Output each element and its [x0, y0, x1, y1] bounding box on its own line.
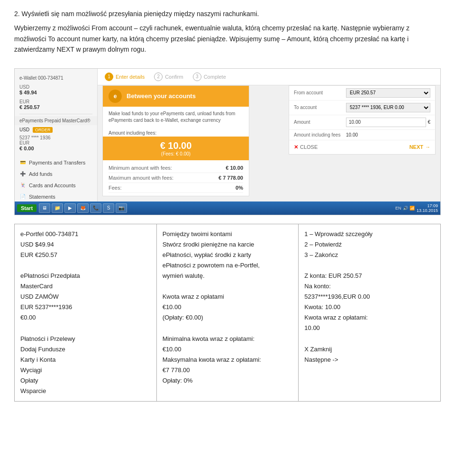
right-panel: From account EUR 250.57 To account 5237 …: [289, 85, 436, 155]
step-label: Complete: [204, 74, 226, 80]
dialog-box: e Between your accounts Make load funds …: [102, 85, 249, 196]
taskbar-icons: 🔊 📶: [403, 206, 415, 211]
table-col2: Pomiędzy twoimi kontami Stwórz środki pi…: [156, 224, 299, 402]
start-button[interactable]: Start: [17, 204, 36, 212]
close-x-icon: ✕: [294, 144, 298, 150]
dialog-logo-icon: e: [109, 90, 122, 103]
step-item: 3Complete: [193, 73, 226, 81]
step-label: Confirm: [165, 74, 183, 80]
ewallet-order: USD ORDER: [15, 126, 97, 133]
taskbar-item-2[interactable]: 📁: [52, 203, 63, 213]
modal-area: 1Enter details2Confirm3Complete e Betwee…: [98, 69, 440, 215]
ewallet-card-label: ePayments Prepaid MasterCard®: [15, 116, 97, 125]
ewallet-menu-item[interactable]: 📄Statements: [15, 191, 97, 202]
dialog-stats: Minimum amount with fees:€ 10.00Maximum …: [103, 160, 249, 196]
menu-icon: 💳: [19, 159, 26, 166]
taskbar-item-4[interactable]: 🦊: [77, 203, 89, 213]
taskbar: Start 🖥 📁 ▶ 🦊 📞 S 📷 EN 🔊 📶 17:09 13.10.2…: [15, 201, 440, 215]
step-item: 2Confirm: [154, 73, 183, 81]
amount-input[interactable]: [346, 118, 426, 127]
close-button[interactable]: ✕ CLOSE: [294, 144, 318, 150]
screenshot-area: e-Wallet 000-734871 USD $ 49.94 EUR € 25…: [14, 68, 441, 215]
dialog-stat-row: Maximum amount with fees:€ 7 778.00: [109, 173, 243, 183]
taskbar-item-5[interactable]: 📞: [90, 203, 101, 213]
explanation-table: e-Portfel 000-734871 USD $49.94 EUR €250…: [14, 224, 441, 402]
dialog-stat-row: Fees:0%: [109, 183, 243, 193]
table-col3: 1 – Wprowadź szczegóły 2 – Potwierdź 3 –…: [299, 224, 441, 402]
taskbar-item-7[interactable]: 📷: [116, 203, 127, 213]
dialog-amount-label: Amount including fees:: [109, 130, 243, 136]
amount-incl-fees-row: Amount including fees 10.00: [289, 130, 435, 140]
taskbar-item-6[interactable]: S: [103, 203, 114, 213]
to-account-select[interactable]: 5237 **** 1936, EUR 0.00: [346, 103, 430, 112]
ewallet-card-info: 5237 **** 1936 EUR € 0.00: [15, 133, 97, 153]
ewallet-usd-account: USD $ 49.94: [15, 82, 97, 97]
next-arrow-icon: →: [425, 144, 430, 150]
taskbar-item-3[interactable]: ▶: [64, 203, 76, 213]
dialog-header: e Between your accounts: [103, 86, 249, 107]
step-number: 3: [193, 73, 201, 81]
ewallet-menu-item[interactable]: ➕Add funds: [15, 168, 97, 180]
step-label: Enter details: [116, 74, 145, 80]
taskbar-item-1[interactable]: 🖥: [39, 203, 50, 213]
step-number: 1: [105, 73, 113, 81]
taskbar-items: 🖥 📁 ▶ 🦊 📞 S 📷: [39, 203, 395, 213]
intro-para2: Wybierzemy z możliwości From account – c…: [14, 23, 441, 55]
next-button[interactable]: NEXT →: [410, 144, 430, 150]
ewallet-eur-account: EUR € 250.57: [15, 97, 97, 112]
menu-icon: ➕: [19, 171, 26, 177]
close-label: CLOSE: [300, 144, 318, 150]
dialog-stat-row: Minimum amount with fees:€ 10.00: [109, 163, 243, 173]
steps-bar: 1Enter details2Confirm3Complete: [98, 69, 440, 85]
dialog-fees: (Fees: € 0.00): [109, 151, 243, 156]
menu-icon: 📄: [19, 193, 26, 200]
next-label: NEXT: [410, 144, 423, 150]
taskbar-clock: 17:09 13.10.2015: [417, 203, 438, 213]
dialog-amount-value: € 10.00: [109, 140, 243, 151]
dialog-amount-box: € 10.00 (Fees: € 0.00): [103, 137, 249, 160]
menu-icon: 🃏: [19, 182, 26, 189]
taskbar-lang: EN: [395, 206, 401, 211]
ewallet-menu-item[interactable]: 🃏Cards and Accounts: [15, 180, 97, 191]
amount-row: Amount €: [289, 115, 435, 130]
step-item: 1Enter details: [105, 73, 145, 81]
step-number: 2: [154, 73, 163, 81]
intro-para1: 2. Wyświetli się nam możliwość przesyłan…: [14, 9, 441, 19]
taskbar-right: EN 🔊 📶 17:09 13.10.2015: [395, 203, 438, 213]
panel-actions: ✕ CLOSE NEXT →: [289, 140, 435, 154]
from-account-row: From account EUR 250.57: [289, 86, 435, 101]
table-col1: e-Portfel 000-734871 USD $49.94 EUR €250…: [15, 224, 157, 402]
ewallet-sidebar: e-Wallet 000-734871 USD $ 49.94 EUR € 25…: [15, 69, 98, 215]
dialog-title: Between your accounts: [127, 92, 196, 100]
ewallet-header: e-Wallet 000-734871: [15, 73, 97, 82]
dialog-description: Make load funds to your ePayments card, …: [103, 107, 249, 128]
from-account-select[interactable]: EUR 250.57: [346, 88, 430, 98]
ewallet-menu-item[interactable]: 💳Payments and Transfers: [15, 157, 97, 168]
to-account-row: To account 5237 **** 1936, EUR 0.00: [289, 101, 435, 115]
